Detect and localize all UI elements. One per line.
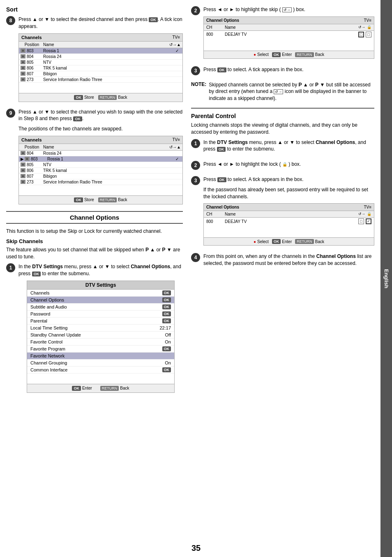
- table-row: ≡ 273 Service Information Radio Three: [19, 77, 182, 83]
- par-step-3-content: Press OK to select. A tick appears in th…: [203, 176, 374, 248]
- skip-step-1-text: In the DTV Settings menu, press ▲ or ▼ t…: [18, 263, 183, 277]
- scroll-up: ▲: [177, 42, 181, 47]
- step-9-block: 9 Press ▲ or ▼ to select the channel you…: [6, 109, 183, 206]
- channel-options-desc: This function is to setup the Skip or Lo…: [6, 228, 183, 235]
- step-9-text1: Press ▲ or ▼ to select the channel you w…: [18, 109, 183, 123]
- tv-icon-2: TV≡: [172, 137, 180, 142]
- ok-store-btn-2: OK Store: [74, 197, 94, 202]
- parental-title: Parental Control: [191, 108, 374, 119]
- step-9-content: Press ▲ or ▼ to select the channel you w…: [18, 109, 183, 206]
- skip-step-1-num: 1: [6, 263, 15, 272]
- par-step-1-content: In the DTV Settings menu, press ▲ or ▼ t…: [203, 139, 374, 156]
- dtv-row: Favorite Program OK: [27, 346, 174, 353]
- ch-opt-header-skip: Channel Options TV≡: [204, 17, 374, 24]
- ch-opt-col-row-lock: CH Name ↺→ 🔒: [204, 211, 374, 218]
- dtv-settings-table: DTV Settings Channels OK Channel Options…: [27, 281, 175, 393]
- dtv-row: Favorite Control On: [27, 339, 174, 346]
- col-name: Name: [43, 42, 169, 47]
- channel-options-section: Channel Options This function is to setu…: [6, 211, 183, 396]
- dtv-row: Common Interface OK: [27, 367, 174, 374]
- table-row: ≡ 805 NTV: [19, 60, 182, 65]
- skip-box-selected: □: [358, 32, 364, 37]
- ch-opt-footer-skip: ● Select OK Enter RETURN Back: [204, 51, 374, 58]
- parental-desc: Locking channels stops the viewing of di…: [191, 122, 374, 136]
- par-step-2-content: Press ◄ or ► to highlight the lock ( 🔒 )…: [203, 161, 374, 171]
- lock-box: □: [366, 32, 371, 37]
- return-back-btn-4: RETURN Back: [295, 239, 324, 244]
- ok-inline: OK: [149, 17, 158, 22]
- row-icon: ≡: [21, 54, 25, 58]
- row-icon: ≡: [21, 174, 25, 178]
- dtv-footer: OK Enter RETURN Back: [27, 384, 174, 392]
- table-row: ≡ 804 Rossia 24: [19, 54, 182, 60]
- step-8-num: 8: [6, 16, 15, 25]
- row-icon: ≡: [21, 168, 25, 172]
- row-icon: ≡: [21, 151, 25, 155]
- row-icon: ≡: [21, 60, 25, 64]
- note-label: NOTE:: [191, 81, 206, 102]
- note-text: Skipped channels cannot be selected by P…: [209, 81, 374, 102]
- step-2-right-num: 2: [191, 6, 200, 15]
- ok-enter-btn: OK Enter: [272, 52, 292, 57]
- dtv-empty: [27, 374, 174, 384]
- par-step-4-block: 4 From this point on, when any of the ch…: [191, 253, 374, 270]
- row-icon: ≡: [21, 180, 25, 184]
- tv-icon-1: TV≡: [172, 35, 180, 39]
- table-empty-space: [19, 83, 182, 93]
- table-row: ≡ 807 Bibigon: [19, 71, 182, 77]
- dtv-row: Parental OK: [27, 318, 174, 325]
- lock-box-checked: ✓: [366, 218, 371, 224]
- channels-table-2-header: Channels TV≡: [19, 136, 182, 144]
- step-3-right-content: Press OK to select. A tick appears in th…: [203, 66, 374, 77]
- lock-icon: 🔒: [282, 162, 287, 167]
- table-row: ≡ 807 Bibigon: [19, 174, 182, 179]
- channels-table-2: Channels TV≡ Position Name ↺→ ▲ ≡: [18, 136, 183, 204]
- par-step-1-num: 1: [191, 139, 200, 148]
- ch-opt-data-row-lock: 800 DEEJAY TV □ ✓: [204, 218, 374, 225]
- step-8-block: 8 Press ▲ or ▼ to select the desired cha…: [6, 16, 183, 104]
- table-row: ▶ ≡ 803 Rossia 1 ✓: [19, 156, 182, 162]
- par-step-2-num: 2: [191, 161, 200, 170]
- row-icon: ≡: [25, 157, 30, 161]
- par-step-3-text2: If the password has already been set, pa…: [203, 186, 374, 200]
- row-icon: ≡: [21, 72, 25, 76]
- ch-opt-table-skip: Channel Options TV≡ CH Name ↺→ 🔒: [203, 16, 374, 59]
- step-3-right-num: 3: [191, 66, 200, 75]
- table-row: ≡ 806 TRK 5 kamal: [19, 65, 182, 71]
- channels-table-2-footer: OK Store RETURN Back: [19, 195, 182, 204]
- dtv-row: Local Time Setting 22:17: [27, 325, 174, 332]
- step-2-right-block: 2 Press ◄ or ► to highlight the skip ( ↺…: [191, 6, 374, 61]
- step-9-text2: The positions of the two channels are sw…: [18, 125, 183, 132]
- table-row: ≡ 806 TRK 5 kamal: [19, 168, 182, 174]
- language-tab: English: [380, 0, 392, 557]
- step-2-right-text: Press ◄ or ► to highlight the skip ( ↺→ …: [203, 6, 374, 13]
- channels-table-1-header: Channels TV≡: [19, 34, 182, 42]
- step-3-right-text: Press OK to select. A tick appears in th…: [203, 66, 374, 73]
- step-2-right-content: Press ◄ or ► to highlight the skip ( ↺→ …: [203, 6, 374, 61]
- scroll-up-2: ▲: [177, 145, 181, 149]
- select-btn: ● Select: [254, 52, 269, 57]
- par-step-4-content: From this point on, when any of the chan…: [203, 253, 374, 270]
- skip-step-1-block: 1 In the DTV Settings menu, press ▲ or ▼…: [6, 263, 183, 396]
- right-column: 2 Press ◄ or ► to highlight the skip ( ↺…: [191, 6, 374, 551]
- dtv-row: Channels OK: [27, 290, 174, 297]
- channel-options-title: Channel Options: [6, 211, 183, 224]
- row-icon: ≡: [21, 49, 25, 53]
- sort-title: Sort: [6, 6, 183, 13]
- col-position: Position: [21, 42, 43, 47]
- par-step-3-block: 3 Press OK to select. A tick appears in …: [191, 176, 374, 248]
- step-3-right-block: 3 Press OK to select. A tick appears in …: [191, 66, 374, 77]
- note-block: NOTE: Skipped channels cannot be selecte…: [191, 81, 374, 102]
- ok-store-btn: OK Store: [74, 95, 94, 100]
- sort-section: Sort 8 Press ▲ or ▼ to select the desire…: [6, 6, 183, 206]
- par-step-2-text: Press ◄ or ► to highlight the lock ( 🔒 )…: [203, 161, 374, 168]
- step-8-text: Press ▲ or ▼ to select the desired chann…: [18, 16, 183, 30]
- table-row: ≡ 803 Rossia 1 ✓: [19, 48, 182, 54]
- par-step-3-num: 3: [191, 176, 200, 185]
- channels-table-1-footer: OK Store RETURN Back: [19, 93, 182, 102]
- dtv-row-highlighted: Channel Options OK: [27, 297, 174, 304]
- row-icon: ≡: [21, 162, 25, 167]
- table-row: ≡ 273 Service Information Radio Three: [19, 179, 182, 185]
- row-icon: ≡: [21, 77, 25, 81]
- table-empty-space-2: [19, 185, 182, 195]
